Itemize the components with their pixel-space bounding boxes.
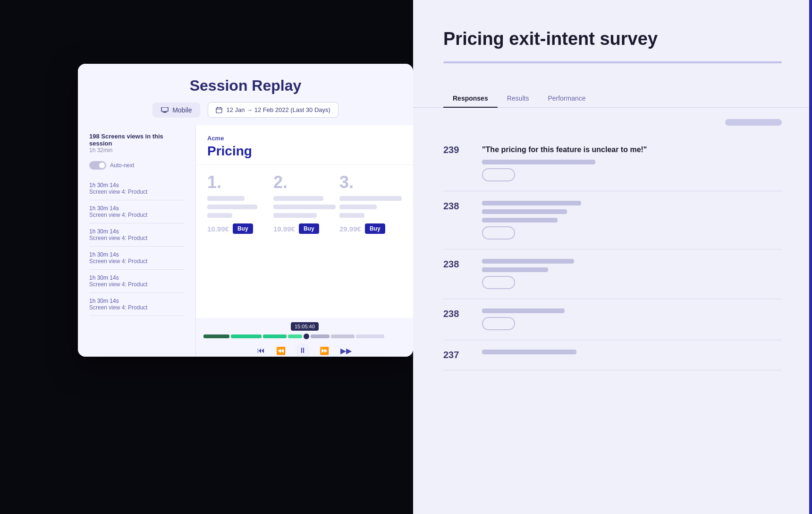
session-item[interactable]: 1h 30m 14s Screen view 4: Product <box>89 270 184 293</box>
response-item-239: 239 "The pricing for this feature is unc… <box>443 135 782 191</box>
session-item-time: 1h 30m 14s <box>89 251 184 258</box>
response-number: 239 <box>443 145 467 181</box>
fast-forward-button[interactable]: ⏩ <box>318 344 331 357</box>
more-button[interactable]: ▶▶ <box>338 344 354 357</box>
play-pause-button[interactable]: ⏸ <box>295 343 310 357</box>
plan-1-price-row: 10.99€ Buy <box>207 223 270 234</box>
plan-2-bar2 <box>273 205 336 209</box>
response-bar <box>482 160 595 164</box>
response-number: 238 <box>443 201 467 240</box>
video-controls: 15:05:40 ⏮ ⏪ ⏸ ⏩ ▶▶ <box>196 318 413 357</box>
session-item[interactable]: 1h 30m 14s Screen view 4: Product <box>89 177 184 200</box>
brand-label: Acme <box>207 135 402 142</box>
right-accent-bar <box>809 0 812 514</box>
plan-3-price: 29.99€ <box>339 225 361 233</box>
svg-rect-4 <box>217 107 218 108</box>
plan-1-price: 10.99€ <box>207 225 229 233</box>
auto-next-toggle[interactable] <box>89 161 106 170</box>
plan-1-buy-button[interactable]: Buy <box>233 223 253 234</box>
response-bar <box>482 350 576 354</box>
right-panel: Pricing exit-intent survey Responses Res… <box>413 0 812 514</box>
response-content <box>482 308 782 330</box>
response-content <box>482 259 782 289</box>
response-bar <box>482 218 558 223</box>
session-item-time: 1h 30m 14s <box>89 228 184 235</box>
time-label: 15:05:40 <box>291 322 319 331</box>
svg-rect-5 <box>220 107 221 108</box>
playback-controls: ⏮ ⏪ ⏸ ⏩ ▶▶ <box>203 343 406 357</box>
progress-seg-2 <box>231 334 262 338</box>
replay-screen: Acme Pricing 1. 10.99€ Buy 2. <box>196 125 413 357</box>
response-item-238b: 238 <box>443 249 782 299</box>
auto-next-label: Auto-next <box>110 162 134 169</box>
device-toggle[interactable]: Mobile <box>152 103 200 118</box>
progress-indicator <box>443 61 782 63</box>
session-meta: 198 Screens views in this session 1h 32m… <box>89 133 184 154</box>
session-item-label: Screen view 4: Product <box>89 212 184 218</box>
session-item[interactable]: 1h 30m 14s Screen view 4: Product <box>89 247 184 270</box>
response-content: "The pricing for this feature is unclear… <box>482 145 782 181</box>
plan-1-bar2 <box>207 205 257 209</box>
plan-2-price-row: 19.99€ Buy <box>273 223 336 234</box>
session-item[interactable]: 1h 30m 14s Screen view 4: Product <box>89 223 184 247</box>
response-oval <box>482 276 515 289</box>
response-item-238a: 238 <box>443 191 782 249</box>
window-controls: Mobile 12 Jan → 12 Feb 2022 (Last 30 Day… <box>93 102 398 118</box>
plan-2-bar1 <box>273 196 323 201</box>
response-item-237: 237 <box>443 340 782 370</box>
session-item-time: 1h 30m 14s <box>89 274 184 281</box>
svg-rect-0 <box>161 107 168 111</box>
device-label: Mobile <box>172 106 192 114</box>
response-bar <box>482 267 548 272</box>
session-item[interactable]: 1h 30m 14s Screen view 4: Product <box>89 293 184 316</box>
session-item-time: 1h 30m 14s <box>89 298 184 304</box>
tab-performance[interactable]: Performance <box>538 90 595 108</box>
auto-next-row: Auto-next <box>89 161 184 170</box>
response-content <box>482 201 782 240</box>
plan-2-buy-button[interactable]: Buy <box>299 223 319 234</box>
progress-seg-4 <box>288 334 302 338</box>
window-content: 198 Screens views in this session 1h 32m… <box>78 125 413 357</box>
session-item-time: 1h 30m 14s <box>89 182 184 188</box>
plan-1-bar3 <box>207 213 232 218</box>
progress-bar[interactable] <box>203 334 406 339</box>
response-bar <box>482 259 574 264</box>
plan-3-number: 3. <box>339 172 402 192</box>
progress-cursor <box>304 334 309 339</box>
response-oval <box>482 317 515 330</box>
plan-2: 2. 19.99€ Buy <box>273 172 336 234</box>
rewind-button[interactable]: ⏪ <box>274 344 288 357</box>
response-bar <box>482 209 567 214</box>
session-sidebar: 198 Screens views in this session 1h 32m… <box>78 125 196 357</box>
tab-responses[interactable]: Responses <box>443 90 498 108</box>
progress-seg-5 <box>311 334 330 338</box>
right-panel-header: Pricing exit-intent survey <box>413 0 812 90</box>
session-item[interactable]: 1h 30m 14s Screen view 4: Product <box>89 200 184 223</box>
response-quote: "The pricing for this feature is unclear… <box>482 145 782 155</box>
sort-pill[interactable] <box>725 119 782 126</box>
svg-rect-1 <box>163 112 167 113</box>
mobile-icon <box>161 107 169 113</box>
plan-2-price: 19.99€ <box>273 225 295 233</box>
date-range-text: 12 Jan → 12 Feb 2022 (Last 30 Days) <box>226 106 330 113</box>
progress-seg-3 <box>263 334 287 338</box>
survey-title: Pricing exit-intent survey <box>443 28 782 50</box>
session-replay-window: Session Replay Mobile 12 Jan → 12 Feb 20… <box>78 64 413 357</box>
plan-2-bar3 <box>273 213 317 218</box>
response-item-238c: 238 <box>443 299 782 340</box>
plan-2-number: 2. <box>273 172 336 192</box>
plan-1: 1. 10.99€ Buy <box>207 172 270 234</box>
window-header: Session Replay Mobile 12 Jan → 12 Feb 20… <box>78 64 413 125</box>
progress-seg-6 <box>331 334 355 338</box>
response-bar <box>482 308 565 313</box>
plan-1-bar1 <box>207 196 245 201</box>
response-number: 238 <box>443 259 467 289</box>
skip-to-start-button[interactable]: ⏮ <box>255 344 267 357</box>
response-oval <box>482 226 515 240</box>
tab-results[interactable]: Results <box>498 90 539 108</box>
plan-3-buy-button[interactable]: Buy <box>365 223 385 234</box>
session-item-label: Screen view 4: Product <box>89 235 184 241</box>
calendar-icon <box>216 107 222 113</box>
window-title: Session Replay <box>93 77 398 94</box>
plan-3-bar1 <box>339 196 402 201</box>
